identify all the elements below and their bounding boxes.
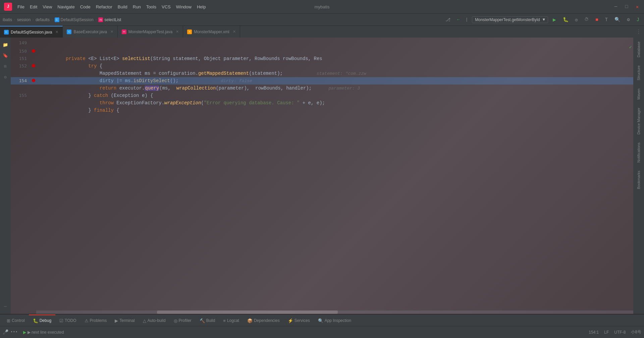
plugin-button[interactable]: J — [635, 16, 641, 23]
bottom-tab-debug[interactable]: 🐛 Debug — [29, 315, 55, 326]
breakpoint-indicator-3[interactable] — [32, 79, 35, 82]
line-number: 155 — [11, 93, 31, 98]
sidebar-panel-maven[interactable]: Maven — [635, 84, 642, 104]
tab-icon-c2: C — [67, 30, 71, 34]
bottom-tab-services[interactable]: ⚡ Services — [284, 315, 314, 326]
menu-window[interactable]: Window — [176, 4, 192, 9]
tab-close-monstermappertest[interactable]: ✕ — [176, 30, 179, 34]
sidebar-settings-icon[interactable]: ⚙ — [1, 72, 10, 82]
menu-view[interactable]: View — [43, 4, 52, 9]
breakpoint-indicator-2[interactable] — [32, 64, 35, 67]
breakpoint-indicator[interactable] — [32, 49, 35, 53]
search-everywhere-button[interactable]: 🔍 — [612, 16, 622, 23]
bottom-tab-label: Build — [206, 318, 215, 323]
status-right: 154:1 LF UTF-8 小8号 — [589, 329, 641, 335]
bottom-tab-todo[interactable]: ☑ TODO — [55, 315, 80, 326]
menu-tools[interactable]: Tools — [146, 4, 156, 9]
window-controls: ─ □ ✕ — [613, 4, 640, 9]
breadcrumb-method[interactable]: m selectList — [98, 17, 121, 22]
tab-close-monstermapper-xml[interactable]: ✕ — [233, 30, 236, 34]
minimize-button[interactable]: ─ — [613, 4, 619, 9]
mic-icon[interactable]: 🎤 — [3, 329, 8, 335]
tab-close-baseexecutor[interactable]: ✕ — [110, 30, 113, 34]
bottom-tab-autobuild[interactable]: △ Auto-build — [139, 315, 170, 326]
sidebar-panel-device-manager[interactable]: Device Manager — [635, 104, 642, 138]
profiler-button[interactable]: ⏱ — [582, 16, 591, 23]
code-container: 149 150 private <E> List<E> selectList(S… — [11, 38, 644, 109]
control-icon: ⊞ — [7, 318, 10, 323]
code-line-catch: } catch (Exception e) { — [11, 84, 644, 92]
sidebar-panel-structure[interactable]: Structure — [635, 61, 642, 84]
sidebar-bookmarks-icon[interactable]: 🔖 — [1, 51, 10, 60]
dropdown-arrow-icon[interactable]: ▼ — [543, 17, 545, 22]
scrollbar-thumb[interactable] — [157, 311, 338, 314]
app-logo: J — [4, 3, 12, 11]
menu-edit[interactable]: Edit — [30, 4, 37, 9]
sidebar-project-icon[interactable]: 📁 — [1, 40, 10, 50]
code-line-150: 150 private <E> List<E> selectList(Strin… — [11, 48, 644, 55]
sidebar-structure-icon[interactable]: ⊞ — [1, 62, 10, 71]
menu-help[interactable]: Help — [197, 4, 206, 9]
horizontal-scrollbar[interactable] — [36, 311, 639, 314]
translate-button[interactable]: T — [603, 16, 610, 23]
debug-run-button[interactable]: 🐛 — [561, 16, 571, 23]
bottom-tab-logcat[interactable]: ≡ Logcat — [219, 315, 243, 326]
app-inspection-icon: 🔍 — [318, 318, 323, 323]
menu-vcs[interactable]: VCS — [162, 4, 171, 9]
bottom-tab-problems[interactable]: ⚠ Problems — [80, 315, 111, 326]
breadcrumb-label: defaults — [36, 17, 50, 22]
bottom-tab-terminal[interactable]: ▶ Terminal — [111, 315, 139, 326]
line-ending[interactable]: LF — [604, 329, 609, 335]
coverage-button[interactable]: ◎ — [573, 16, 580, 23]
breadcrumb-ibatis[interactable]: ibatis — [3, 17, 12, 22]
maximize-button[interactable]: □ — [624, 4, 629, 9]
sidebar-panel-bookmarks[interactable]: Bookmarks — [635, 167, 642, 193]
breadcrumb-defaults[interactable]: defaults — [36, 17, 50, 22]
font-size[interactable]: 小8号 — [631, 329, 641, 335]
run-config-label: MonsterMapperTest.getMonsterById ▼ — [472, 16, 548, 23]
dependencies-icon: 📦 — [247, 318, 253, 323]
settings-button[interactable]: ⚙ — [625, 16, 632, 23]
menu-code[interactable]: Code — [80, 4, 91, 9]
bottom-tab-profiler[interactable]: ◎ Profiler — [170, 315, 196, 326]
breadcrumb-label: DefaultSqlSession — [61, 17, 94, 22]
encoding[interactable]: UTF-8 — [614, 329, 626, 335]
tab-icon-xml: X — [187, 30, 192, 34]
tab-monstermapper-xml[interactable]: X MonsterMapper.xml ✕ — [183, 26, 240, 38]
tab-monstermappertest[interactable]: m MonsterMapperTest.java ✕ — [118, 26, 183, 38]
line-number: 152 — [11, 63, 31, 68]
breadcrumb-session[interactable]: session — [17, 17, 31, 22]
breadcrumb-class[interactable]: C DefaultSqlSession — [55, 17, 94, 22]
bottom-tab-label: Services — [294, 318, 310, 323]
method-icon: m — [98, 17, 103, 22]
bottom-tab-app-inspection[interactable]: 🔍 App Inspection — [314, 315, 355, 326]
breadcrumb-label: ibatis — [3, 17, 12, 22]
menu-refactor[interactable]: Refactor — [96, 4, 112, 9]
tab-baseexecutor[interactable]: C BaseExecutor.java ✕ — [63, 26, 117, 38]
navigate-back[interactable]: ← — [455, 17, 462, 23]
menu-file[interactable]: File — [17, 4, 24, 9]
line-number: 151 — [11, 56, 31, 61]
stop-button[interactable]: ■ — [593, 16, 600, 23]
close-button[interactable]: ✕ — [635, 4, 640, 9]
bottom-tab-label: Profiler — [179, 318, 192, 323]
tab-icon-m: m — [122, 30, 126, 34]
menu-build[interactable]: Build — [118, 4, 127, 9]
tab-defaultsqlsession[interactable]: C DefaultSqlSession.java ✕ — [0, 26, 63, 38]
sidebar-panel-notifications[interactable]: Notifications — [635, 138, 642, 167]
menu-run[interactable]: Run — [133, 4, 141, 9]
run-button[interactable]: ▶ — [551, 16, 558, 24]
bottom-tab-control[interactable]: ⊞ Control — [3, 315, 29, 326]
sidebar-more-icon[interactable]: ⋯ — [1, 302, 10, 311]
menu-navigate[interactable]: Navigate — [57, 4, 74, 9]
sidebar-panel-database[interactable]: Database — [635, 38, 642, 61]
bottom-tab-dependencies[interactable]: 📦 Dependencies — [243, 315, 284, 326]
code-editor[interactable]: ✓ 149 150 private <E> List<E> selectList… — [11, 38, 644, 314]
tab-close-defaultsqlsession[interactable]: ✕ — [55, 30, 58, 34]
bottom-tab-label: Control — [12, 318, 25, 323]
sidebar-right: Database Structure Maven Device Manager … — [633, 38, 644, 314]
bottom-tab-build[interactable]: 🔨 Build — [196, 315, 219, 326]
profiler-icon: ◎ — [174, 318, 177, 323]
status-dots[interactable]: ••• — [10, 330, 18, 335]
tabs-overflow-menu[interactable]: ⋮ — [633, 26, 644, 38]
